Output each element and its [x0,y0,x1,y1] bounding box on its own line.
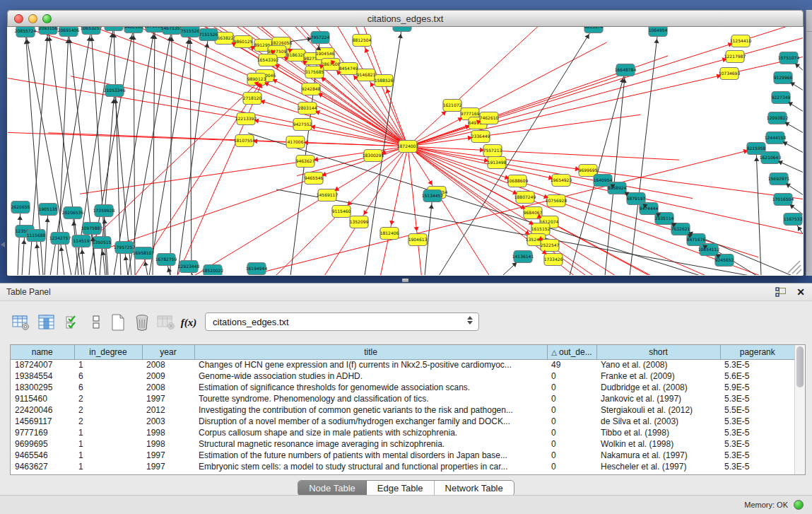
table-cell[interactable]: 5.9E-5 [720,382,794,393]
table-cell[interactable]: 5.3E-5 [720,393,794,404]
table-cell[interactable]: Estimation of the future numbers of pati… [194,450,547,461]
table-scrollbar[interactable] [794,345,805,474]
table-row[interactable]: 969969511998Structural magnetic resonanc… [11,438,794,450]
table-cell[interactable]: 2 [74,416,142,427]
table-cell[interactable]: 9777169 [11,427,74,438]
table-cell[interactable]: 2009 [142,370,194,382]
table-cell[interactable]: 1 [74,427,142,438]
table-cell[interactable]: 0 [547,450,596,461]
select-columns-icon[interactable] [36,312,57,333]
table-cell[interactable]: Corpus callosum shape and size in male p… [194,427,547,438]
table-cell[interactable]: 1 [74,461,142,472]
table-selector-dropdown[interactable]: citations_edges.txt [205,313,479,331]
table-cell[interactable]: 5.3E-5 [720,450,794,461]
column-header-short[interactable]: short [596,345,720,359]
table-cell[interactable]: Structural magnetic resonance image aver… [194,438,547,450]
column-header-outde[interactable]: △out_de... [547,345,596,359]
table-row[interactable]: 1456911722003Disruption of a novel membe… [11,416,794,427]
table-cell[interactable]: 5.5E-5 [720,404,794,416]
table-cell[interactable]: 5.3E-5 [720,438,794,450]
table-cell[interactable]: 9463627 [11,461,74,472]
table-cell[interactable]: 1997 [142,393,194,404]
table-row[interactable]: 1938455462009Genome-wide association stu… [11,370,794,382]
table-cell[interactable]: 0 [547,438,596,450]
table-cell[interactable]: Disruption of a novel member of a sodium… [194,416,547,427]
table-cell[interactable]: 0 [547,416,596,427]
table-cell[interactable]: 22420046 [11,404,74,416]
table-cell[interactable]: 1 [74,359,142,370]
table-cell[interactable]: Investigating the contribution of common… [194,404,547,416]
table-row[interactable]: 1872400712008Changes of HCN gene express… [11,359,794,370]
table-cell[interactable]: 2 [74,404,142,416]
table-cell[interactable]: 18724007 [11,359,74,370]
table-cell[interactable]: 2 [74,393,142,404]
table-cell[interactable]: Wolkin et al. (1998) [596,438,720,450]
table-cell[interactable]: 1 [74,450,142,461]
column-check-list-icon[interactable] [62,312,83,333]
table-cell[interactable]: Changes of HCN gene expression and I(f) … [194,359,547,370]
table-cell[interactable]: de Silva et al. (2003) [596,416,720,427]
table-cell[interactable]: 5.6E-5 [720,370,794,382]
table-cell[interactable]: 2003 [142,416,194,427]
table-row[interactable]: 1830029562008Estimation of significance … [11,382,794,393]
tab-node-table[interactable]: Node Table [298,481,367,496]
table-cell[interactable]: 6 [74,370,142,382]
table-cell[interactable]: Embryonic stem cells: a model to study s… [194,461,547,472]
tab-edge-table[interactable]: Edge Table [367,481,435,496]
network-window-titlebar[interactable]: citations_edges.txt [7,10,804,27]
network-node[interactable] [105,27,123,31]
table-cell[interactable]: Dudbridge et al. (2008) [596,382,720,393]
table-cell[interactable]: Stergiakouli et al. (2012) [596,404,720,416]
table-row[interactable]: 946554611997Estimation of the future num… [11,450,794,461]
table-cell[interactable]: 0 [547,404,596,416]
table-cell[interactable]: 0 [547,370,596,382]
table-cell[interactable]: 0 [547,382,596,393]
table-cell[interactable]: 2008 [142,359,194,370]
table-row[interactable]: 2242004622012Investigating the contribut… [11,404,794,416]
table-cell[interactable]: 9699695 [11,438,74,450]
network-view-window[interactable]: citations_edges.txt 18724007766382298601… [7,10,804,276]
table-cell[interactable]: 5.3E-5 [720,416,794,427]
tab-network-table[interactable]: Network Table [435,481,514,496]
table-cell[interactable]: 1 [74,438,142,450]
table-cell[interactable]: 49 [547,359,596,370]
splitter-handle[interactable] [402,279,408,282]
network-canvas[interactable]: 1872400776638229860125891295418226058982… [8,27,803,275]
table-cell[interactable]: Nakamura et al. (1997) [596,450,720,461]
table-row[interactable]: 946362711997Embryonic stem cells: a mode… [11,461,794,472]
table-cell[interactable]: 5.3E-5 [720,359,794,370]
column-header-pagerank[interactable]: pagerank [720,345,794,359]
table-cell[interactable]: 9115460 [11,393,74,404]
table-cell[interactable]: 18300295 [11,382,74,393]
table-cell[interactable]: 0 [547,393,596,404]
table-cell[interactable]: 5.3E-5 [720,427,794,438]
float-window-icon[interactable] [775,287,787,298]
function-builder-icon[interactable]: f(x) [178,312,199,333]
table-cell[interactable]: Yano et al. (2008) [596,359,720,370]
collapse-panel-arrow-icon[interactable] [1,242,5,247]
table-cell[interactable]: 9465546 [11,450,74,461]
delete-column-icon[interactable] [131,312,153,333]
column-header-name[interactable]: name [11,345,74,359]
table-row[interactable]: 977716911998Corpus callosum shape and si… [11,427,794,438]
table-cell[interactable]: 2008 [142,382,194,393]
table-cell[interactable]: 1998 [142,438,194,450]
table-cell[interactable]: 14569117 [11,416,74,427]
row-height-icon[interactable] [86,312,107,333]
table-cell[interactable]: 1997 [142,461,194,472]
table-cell[interactable]: Jankovic et al. (1997) [596,393,720,404]
table-cell[interactable]: Tourette syndrome. Phenomenology and cla… [194,393,547,404]
table-cell[interactable]: Hescheler et al. (1997) [596,461,720,472]
close-panel-icon[interactable]: ✕ [796,286,805,298]
table-cell[interactable]: Franke et al. (2009) [596,370,720,382]
table-cell[interactable]: 2012 [142,404,194,416]
table-cell[interactable]: 6 [74,382,142,393]
scrollbar-thumb[interactable] [796,346,804,387]
table-settings-icon[interactable] [10,312,31,333]
table-cell[interactable]: 19384554 [11,370,74,382]
column-header-year[interactable]: year [142,345,194,359]
column-header-indegree[interactable]: in_degree [74,345,142,359]
table-row[interactable]: 911546021997Tourette syndrome. Phenomeno… [11,393,794,404]
table-cell[interactable]: 1998 [142,427,194,438]
table-cell[interactable]: 1997 [142,450,194,461]
